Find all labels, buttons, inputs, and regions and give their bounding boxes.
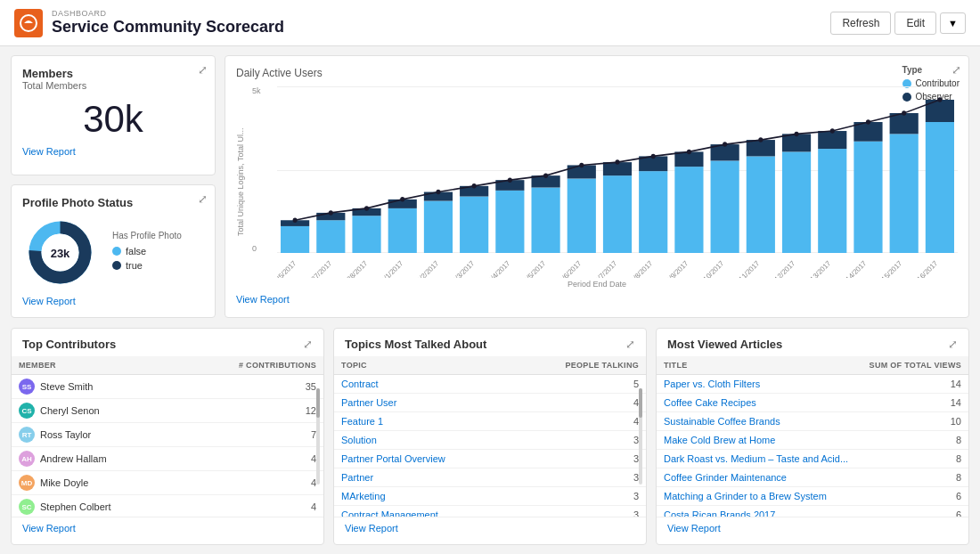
svg-point-44 (364, 206, 369, 211)
svg-point-56 (795, 132, 799, 137)
svg-rect-32 (782, 151, 811, 253)
article-link[interactable]: Dark Roast vs. Medium – Taste and Acid..… (664, 453, 848, 464)
svg-text:3/5/2017: 3/5/2017 (522, 259, 548, 278)
donut-container: 23k Has Profile Photo false true (22, 215, 204, 290)
svg-text:3/3/2017: 3/3/2017 (451, 259, 477, 278)
topic-link[interactable]: MArketing (341, 491, 386, 501)
topic-link[interactable]: Solution (341, 435, 377, 445)
article-link[interactable]: Make Cold Brew at Home (664, 435, 775, 445)
expand-icon[interactable]: ⤢ (198, 63, 208, 77)
donut-chart: 23k (22, 215, 98, 290)
table-row: Solution 3 (334, 431, 646, 450)
daily-active-users-card: Daily Active Users ⤢ Type Contributor Ob… (225, 55, 969, 318)
svg-text:3/6/2017: 3/6/2017 (558, 259, 584, 278)
x-axis-label: Period End Date (236, 280, 958, 289)
contributors-table: MEMBER # CONTRIBUTIONS SS Steve Smith 35… (12, 356, 323, 517)
col-views: SUM OF TOTAL VIEWS (860, 356, 968, 375)
contributors-header: Top Contributors ⤢ (12, 329, 323, 356)
svg-point-53 (687, 150, 691, 155)
svg-text:2/25/2017: 2/25/2017 (277, 259, 298, 278)
article-link[interactable]: Paper vs. Cloth Filters (664, 379, 760, 389)
svg-rect-6 (316, 220, 345, 253)
svg-point-54 (723, 142, 727, 146)
article-cell: Paper vs. Cloth Filters (657, 375, 860, 394)
col-topic: TOPIC (334, 356, 513, 375)
svg-rect-12 (424, 201, 453, 253)
article-link[interactable]: Coffee Cake Recipes (664, 397, 756, 408)
svg-point-52 (651, 154, 656, 159)
svg-text:3/4/2017: 3/4/2017 (486, 259, 512, 278)
table-row: Contract 5 (334, 375, 646, 394)
topics-view-report[interactable]: View Report (345, 523, 635, 534)
edit-button[interactable]: Edit (894, 12, 936, 35)
svg-rect-16 (495, 191, 524, 253)
table-row: Coffee Cake Recipes 14 (657, 394, 968, 412)
topic-link[interactable]: Partner Portal Overview (341, 453, 445, 464)
article-link[interactable]: Matching a Grinder to a Brew System (664, 491, 827, 501)
contributors-view-report[interactable]: View Report (22, 523, 313, 534)
topic-link[interactable]: Partner User (341, 397, 396, 408)
svg-rect-31 (747, 140, 775, 156)
views-count: 6 (860, 506, 968, 517)
topic-link[interactable]: Partner (341, 472, 373, 483)
svg-point-51 (615, 159, 619, 165)
topic-cell: Contract Management (334, 506, 513, 517)
table-row: AH Andrew Hallam 4 (12, 447, 323, 471)
topic-link[interactable]: Contract Management (341, 509, 438, 517)
svg-text:3/13/2017: 3/13/2017 (804, 259, 833, 278)
col-people: PEOPLE TALKING (513, 356, 646, 375)
article-link[interactable]: Coffee Grinder Maintenance (664, 472, 787, 483)
views-count: 14 (860, 394, 968, 412)
article-cell: Matching a Grinder to a Brew System (657, 487, 860, 506)
table-row: Contract Management 3 (334, 506, 646, 517)
header-left: DASHBOARD Service Community Scorecard (14, 9, 284, 37)
topics-card: Topics Most Talked About ⤢ TOPIC PEOPLE … (333, 328, 647, 545)
expand-contributors[interactable]: ⤢ (303, 338, 313, 351)
topic-link[interactable]: Feature 1 (341, 416, 383, 427)
table-row: CS Cheryl Senon 12 (12, 399, 323, 423)
scroll-bar[interactable] (316, 388, 320, 485)
expand-topics[interactable]: ⤢ (625, 338, 635, 351)
topic-link[interactable]: Contract (341, 379, 379, 389)
views-count: 8 (860, 450, 968, 468)
chart-area: Total Unique Logins, Total Ul... 5k 0 (236, 86, 958, 278)
members-card: Members ⤢ Total Members 30k View Report (11, 55, 216, 175)
refresh-button[interactable]: Refresh (830, 12, 891, 35)
svg-point-59 (902, 110, 906, 115)
table-row: Partner Portal Overview 3 (334, 450, 646, 468)
avatar: SS (19, 379, 35, 395)
topic-cell: Feature 1 (334, 412, 513, 431)
contribution-count: 4 (179, 495, 323, 517)
svg-point-58 (866, 119, 870, 125)
article-cell: Make Cold Brew at Home (657, 431, 860, 450)
people-count: 5 (513, 375, 646, 394)
expand-icon-profile[interactable]: ⤢ (198, 192, 208, 206)
legend-header: Has Profile Photo (112, 231, 182, 240)
svg-text:3/9/2017: 3/9/2017 (665, 259, 690, 278)
views-count: 6 (860, 487, 968, 506)
members-view-report[interactable]: View Report (22, 146, 204, 157)
table-row: MArketing 3 (334, 487, 646, 506)
svg-text:3/15/2017: 3/15/2017 (876, 259, 904, 278)
svg-rect-4 (281, 226, 309, 253)
dropdown-button[interactable]: ▼ (940, 12, 966, 34)
topic-cell: Partner (334, 468, 513, 487)
members-subtitle: Total Members (22, 80, 204, 91)
topics-title: Topics Most Talked About (345, 338, 486, 351)
articles-view-report[interactable]: View Report (667, 523, 958, 534)
expand-articles[interactable]: ⤢ (948, 338, 958, 351)
svg-rect-38 (890, 134, 919, 253)
contributors-footer: View Report (12, 517, 323, 539)
member-name: Ross Taylor (40, 429, 91, 440)
article-link[interactable]: Costa Rican Brands 2017 (664, 509, 775, 517)
topics-scroll-bar[interactable] (639, 388, 642, 485)
profile-view-report[interactable]: View Report (22, 296, 204, 306)
member-cell: AH Andrew Hallam (12, 447, 179, 471)
svg-text:3/16/2017: 3/16/2017 (911, 259, 940, 278)
views-count: 8 (860, 468, 968, 487)
chart-view-report[interactable]: View Report (236, 294, 958, 305)
table-row: Partner User 4 (334, 394, 646, 412)
article-cell: Coffee Cake Recipes (657, 394, 860, 412)
views-count: 8 (860, 431, 968, 450)
article-link[interactable]: Sustainable Coffee Brands (664, 416, 780, 427)
